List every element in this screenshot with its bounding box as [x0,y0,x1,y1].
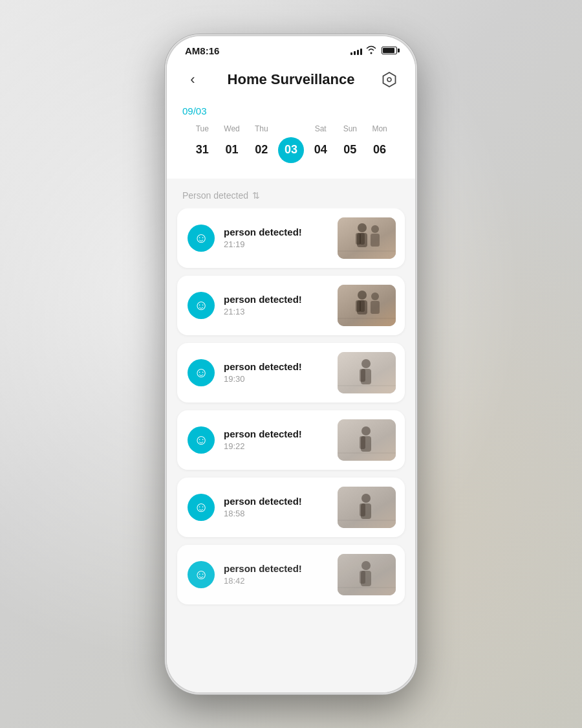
status-icons [350,45,397,56]
svg-rect-25 [360,503,365,516]
svg-rect-17 [360,369,365,382]
settings-button[interactable] [379,69,400,90]
svg-rect-29 [360,571,365,584]
event-card[interactable]: ☺ person detected! 19:22 [177,410,405,470]
smiley-icon: ☺ [194,366,208,380]
calendar-day-02[interactable]: Thu 02 [247,124,275,163]
event-time: 19:30 [224,374,329,384]
date-section: 09/03 Tue 31 Wed 01 Thu 02 Fri 03 Sat 04… [167,98,415,179]
event-icon: ☺ [188,494,215,521]
event-icon: ☺ [188,225,215,252]
event-icon: ☺ [188,292,215,319]
smiley-icon: ☺ [194,298,208,313]
calendar-day-04[interactable]: Sat 04 [307,124,335,163]
event-icon: ☺ [188,426,215,454]
svg-point-8 [358,291,367,300]
event-info: person detected! 18:58 [224,496,329,518]
event-title: person detected! [224,428,329,439]
wifi-icon [366,45,376,56]
svg-point-15 [361,359,371,368]
event-thumbnail[interactable] [338,352,396,393]
phone-screen: AM8:16 [167,36,415,692]
event-title: person detected! [224,294,329,305]
event-thumbnail[interactable] [338,419,396,461]
event-time: 19:22 [224,441,329,451]
filter-row[interactable]: Person detected ⇅ [167,179,415,208]
svg-rect-6 [371,234,380,247]
calendar-day-06[interactable]: Mon 06 [365,124,394,163]
svg-point-23 [361,494,371,503]
event-card[interactable]: ☺ person detected! 18:42 [177,545,405,604]
status-time: AM8:16 [185,45,219,56]
event-title: person detected! [224,361,329,372]
event-thumbnail[interactable] [338,217,396,259]
svg-rect-21 [360,436,365,449]
event-time: 21:13 [224,307,329,316]
svg-point-1 [358,223,367,232]
app-header: ‹ Home Surveillance [167,61,415,98]
phone-frame: AM8:16 [165,34,417,694]
smiley-icon: ☺ [194,568,208,582]
event-info: person detected! 19:30 [224,361,329,384]
hex-settings-icon [380,71,398,89]
event-card[interactable]: ☺ person detected! 19:30 [177,343,405,403]
event-info: person detected! 21:13 [224,294,329,316]
event-time: 18:58 [224,509,329,518]
smiley-icon: ☺ [194,433,208,447]
svg-point-27 [361,561,371,570]
event-title: person detected! [224,496,329,507]
smiley-icon: ☺ [194,231,208,245]
event-title: person detected! [224,226,329,237]
event-thumbnail[interactable] [338,554,396,595]
app-content: ‹ Home Surveillance 09/03 Tue 31 [167,61,415,692]
event-info: person detected! 18:42 [224,563,329,586]
event-info: person detected! 19:22 [224,428,329,451]
event-card[interactable]: ☺ person detected! 18:58 [177,478,405,537]
event-title: person detected! [224,563,329,574]
event-thumbnail[interactable] [338,487,396,528]
calendar-day-31[interactable]: Tue 31 [188,124,217,163]
svg-rect-11 [360,300,365,312]
signal-icon [350,46,362,55]
page-title: Home Surveillance [228,71,355,88]
event-icon: ☺ [188,561,215,588]
filter-sort-icon[interactable]: ⇅ [252,190,260,201]
calendar-day-01[interactable]: Wed 01 [218,124,246,163]
back-button[interactable]: ‹ [182,71,203,88]
svg-point-5 [371,225,379,233]
event-info: person detected! 21:19 [224,226,329,249]
event-card[interactable]: ☺ person detected! 21:19 [177,208,405,268]
svg-point-19 [361,426,371,436]
calendar-day-03[interactable]: Fri 03 [277,124,305,163]
event-card[interactable]: ☺ person detected! 21:13 [177,276,405,335]
filter-label: Person detected [182,190,248,201]
event-thumbnail[interactable] [338,285,396,326]
svg-point-12 [371,292,379,300]
current-date: 09/03 [182,105,400,116]
svg-rect-4 [360,233,365,245]
svg-rect-13 [371,301,380,314]
event-time: 21:19 [224,239,329,249]
calendar-day-05[interactable]: Sun 05 [336,124,364,163]
status-bar: AM8:16 [167,36,415,61]
svg-point-0 [387,78,391,82]
battery-icon [382,47,397,54]
event-time: 18:42 [224,576,329,586]
events-list: ☺ person detected! 21:19 [167,208,415,692]
event-icon: ☺ [188,359,215,386]
calendar-strip: Tue 31 Wed 01 Thu 02 Fri 03 Sat 04 Sun 0… [182,124,400,173]
smiley-icon: ☺ [194,500,208,514]
